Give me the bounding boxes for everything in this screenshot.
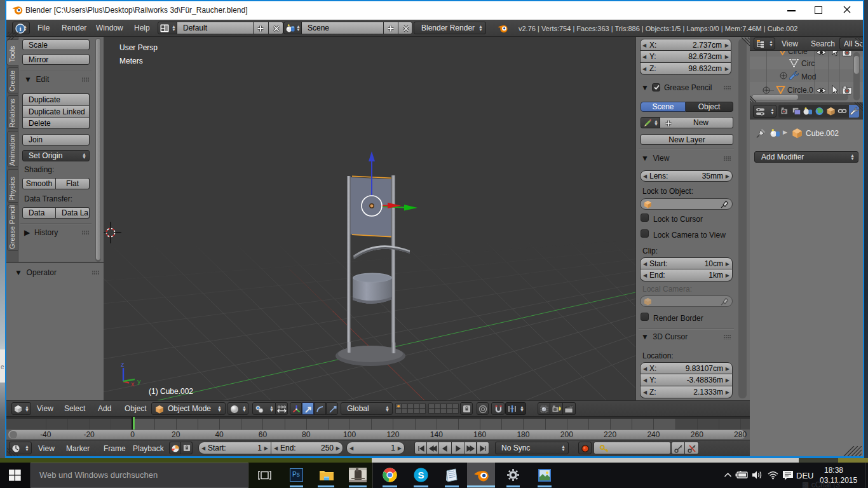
svg-text:S: S	[417, 470, 424, 480]
svg-text:User Persp: User Persp	[119, 43, 158, 52]
svg-text:Meters: Meters	[119, 57, 143, 65]
svg-text:x: x	[131, 380, 135, 388]
svg-text:z: z	[121, 360, 125, 368]
svg-text:y: y	[137, 377, 141, 385]
svg-text:(1) Cube.002: (1) Cube.002	[149, 387, 193, 396]
